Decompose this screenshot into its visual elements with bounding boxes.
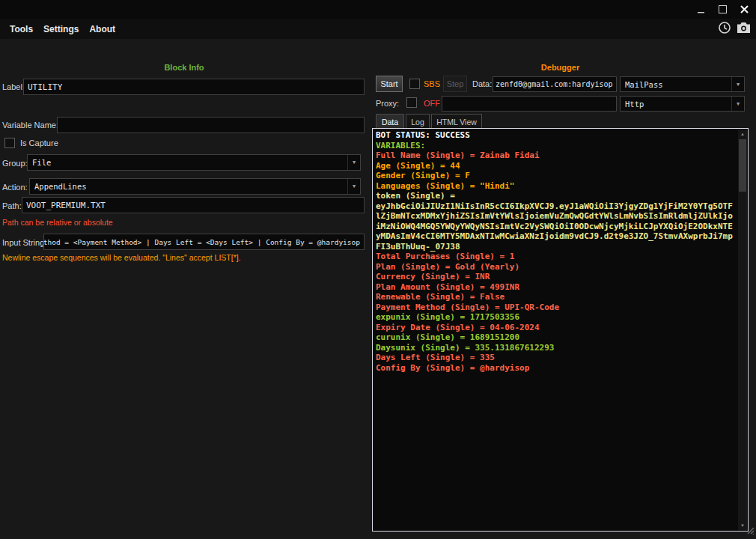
wordlist-type-value: MailPass bbox=[625, 80, 663, 89]
proxy-type-select[interactable]: Http bbox=[620, 96, 745, 112]
debug-log-panel: BOT STATUS: SUCCESSVARIABLES:Full Name (… bbox=[372, 128, 749, 532]
data-caption: Data: bbox=[472, 79, 492, 88]
action-select-value: AppendLines bbox=[34, 182, 87, 191]
group-select[interactable]: File bbox=[27, 154, 361, 171]
log-line: VARIABLES: bbox=[376, 141, 737, 151]
action-caption: Action: bbox=[2, 183, 28, 192]
data-input[interactable] bbox=[493, 76, 617, 92]
path-input[interactable] bbox=[22, 197, 365, 213]
log-line: Expiry Date (Single) = 04-06-2024 bbox=[376, 323, 737, 333]
proxy-type-value: Http bbox=[625, 100, 644, 109]
input-string-hint: Newline escape sequences will be evaluat… bbox=[2, 253, 241, 262]
input-string-field[interactable]: thod = <Payment Method> | Days Left = <D… bbox=[43, 234, 365, 250]
menu-tools[interactable]: Tools bbox=[4, 21, 38, 37]
log-line: Gender (Single) = F bbox=[376, 171, 737, 181]
menubar: Tools Settings About bbox=[0, 19, 756, 39]
menu-settings[interactable]: Settings bbox=[38, 21, 84, 37]
log-line: Days Left (Single) = 335 bbox=[376, 353, 737, 363]
debugger-title: Debugger bbox=[372, 63, 749, 72]
group-caption: Group: bbox=[2, 159, 28, 168]
log-line: eyJhbGciOiJIUzI1NiIsInR5cCI6IkpXVCJ9.eyJ… bbox=[376, 201, 737, 252]
log-line: Daysunix (Single) = 335.131867612293 bbox=[376, 343, 737, 353]
is-capture-label: Is Capture bbox=[20, 138, 58, 147]
scrollbar-up-button[interactable] bbox=[738, 130, 747, 138]
log-line: Config By (Single) = @hardyisop bbox=[376, 363, 737, 374]
label-caption: Label: bbox=[2, 82, 25, 91]
log-line: Payment Method (Single) = UPI-QR-Code bbox=[376, 302, 737, 313]
log-lines[interactable]: BOT STATUS: SUCCESSVARIABLES:Full Name (… bbox=[376, 130, 737, 529]
close-icon bbox=[740, 5, 749, 13]
log-line: Renewable (Single) = False bbox=[376, 292, 737, 302]
maximize-button[interactable] bbox=[717, 4, 728, 15]
chevron-down-icon bbox=[347, 155, 360, 170]
is-capture-checkbox[interactable] bbox=[4, 138, 15, 148]
variable-name-input[interactable] bbox=[57, 117, 365, 133]
variable-name-caption: Variable Name: bbox=[2, 121, 58, 130]
log-line: Languages (Single) = "Hindi" bbox=[376, 181, 737, 192]
start-button[interactable]: Start bbox=[376, 76, 403, 92]
step-button[interactable]: Step bbox=[443, 76, 467, 92]
log-line: Plan (Single) = Gold (Yearly) bbox=[376, 262, 737, 272]
input-string-caption: Input String: bbox=[2, 238, 46, 247]
resize-grip[interactable] bbox=[745, 524, 755, 538]
log-line: Full Name (Single) = Zainab Fidai bbox=[376, 150, 737, 161]
proxy-input[interactable] bbox=[442, 96, 617, 112]
path-caption: Path: bbox=[2, 201, 22, 210]
path-hint: Path can be relative or absolute bbox=[2, 218, 113, 227]
chevron-down-icon bbox=[731, 97, 744, 111]
group-select-value: File bbox=[32, 158, 51, 167]
proxy-status: OFF bbox=[424, 99, 440, 108]
maximize-icon bbox=[719, 5, 727, 13]
minimize-button[interactable] bbox=[695, 4, 707, 15]
clock-history-icon[interactable] bbox=[718, 21, 731, 34]
log-line: curunix (Single) = 1689151200 bbox=[376, 332, 737, 343]
proxy-caption: Proxy: bbox=[376, 99, 399, 108]
log-line: BOT STATUS: SUCCESS bbox=[376, 130, 737, 141]
tab-html-view[interactable]: HTML View bbox=[431, 114, 482, 129]
proxy-checkbox[interactable] bbox=[406, 97, 417, 108]
action-select[interactable]: AppendLines bbox=[29, 178, 361, 195]
sbs-checkbox[interactable] bbox=[409, 79, 420, 89]
scrollbar-thumb[interactable] bbox=[739, 139, 746, 192]
titlebar[interactable] bbox=[0, 0, 756, 19]
input-string-value: thod = <Payment Method> | Days Left = <D… bbox=[43, 238, 360, 246]
sbs-label: SBS bbox=[424, 79, 440, 88]
log-line: Currency (Single) = INR bbox=[376, 272, 737, 282]
chevron-down-icon bbox=[347, 179, 360, 194]
menu-about[interactable]: About bbox=[84, 21, 121, 37]
tab-data[interactable]: Data bbox=[376, 114, 404, 129]
scrollbar[interactable] bbox=[738, 130, 747, 530]
log-line: token (Single) = bbox=[376, 191, 737, 201]
camera-icon[interactable] bbox=[737, 22, 751, 34]
log-line: Plan Amount (Single) = 499INR bbox=[376, 282, 737, 293]
chevron-down-icon bbox=[731, 77, 744, 91]
wordlist-type-select[interactable]: MailPass bbox=[620, 76, 745, 92]
log-line: Total Purchases (Single) = 1 bbox=[376, 252, 737, 262]
topbar-icons bbox=[718, 21, 751, 34]
label-input[interactable] bbox=[23, 79, 365, 95]
tab-log[interactable]: Log bbox=[406, 114, 430, 129]
window-controls bbox=[695, 4, 750, 15]
log-line: expunix (Single) = 1717503356 bbox=[376, 312, 737, 323]
close-button[interactable] bbox=[739, 4, 750, 15]
log-line: Age (Single) = 44 bbox=[376, 161, 737, 171]
block-info-title: Block Info bbox=[0, 63, 368, 72]
minimize-icon bbox=[698, 6, 705, 13]
